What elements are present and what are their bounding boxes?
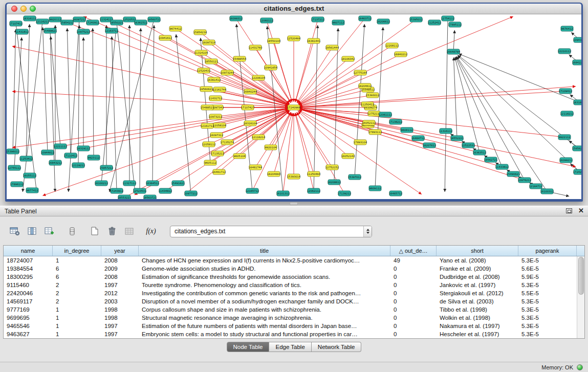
graph-node[interactable]: 17893104 (354, 140, 367, 145)
graph-node[interactable]: 10973212 (209, 114, 222, 119)
graph-node[interactable]: 15854234 (193, 30, 207, 35)
table-row[interactable]: 977716911998Corpus callosum shape and si… (4, 305, 577, 314)
graph-node[interactable]: 9609112 (369, 186, 381, 191)
show-columns-icon[interactable] (26, 225, 39, 238)
graph-node[interactable]: 18204664 (267, 171, 281, 177)
graph-node[interactable]: 15491621 (171, 181, 185, 186)
graph-node[interactable]: 9923112 (88, 155, 100, 160)
column-header-title[interactable]: title (139, 246, 390, 256)
graph-node[interactable]: 10976212 (518, 178, 531, 183)
graph-node[interactable]: 16052112 (362, 120, 376, 125)
table-row[interactable]: 911546021997Tourette syndrome. Phenomeno… (4, 281, 577, 289)
table-row[interactable]: 1456911722003Disruption of a novel membe… (4, 297, 577, 305)
vertical-scrollbar[interactable] (577, 256, 584, 338)
network-canvas[interactable]: 1724096616106274155485121277516418106342… (7, 14, 581, 199)
zoom-window-button[interactable] (30, 6, 36, 12)
graph-node[interactable]: 10973244 (221, 70, 234, 75)
graph-node[interactable]: 9920104 (265, 145, 277, 150)
column-header-name[interactable]: name (4, 246, 53, 256)
graph-node[interactable]: 16463712 (358, 16, 372, 21)
graph-node[interactable]: 12062112 (307, 188, 320, 193)
graph-node[interactable]: 11250412 (361, 102, 374, 107)
graph-node[interactable]: 18552221 (450, 136, 464, 141)
graph-node[interactable]: 15488521 (201, 105, 214, 110)
column-header-in_degree[interactable]: in_degree (53, 246, 101, 256)
graph-node[interactable]: 9922112 (558, 135, 571, 140)
graph-node[interactable]: 15854212 (60, 20, 74, 25)
graph-node[interactable]: 17107427 (241, 105, 254, 110)
graph-node[interactable]: 12208104 (252, 75, 266, 80)
graph-node[interactable]: 19562721 (484, 157, 497, 162)
graph-node[interactable]: 16099312 (229, 16, 243, 21)
network-graph[interactable]: 1724096616106274155485121277516418106342… (7, 14, 581, 199)
graph-node[interactable]: 18550104 (267, 38, 281, 43)
graph-node[interactable]: 16100212 (95, 181, 108, 186)
graph-node[interactable]: 9676412 (561, 26, 573, 31)
graph-node[interactable]: 11250464 (307, 171, 321, 177)
graph-node[interactable]: 15489621 (43, 28, 57, 33)
graph-node[interactable]: 16097212 (73, 17, 86, 22)
graph-node[interactable]: 15393014 (287, 174, 301, 179)
graph-node[interactable]: 16101312 (276, 191, 290, 196)
graph-node[interactable]: 18208612 (328, 180, 341, 185)
graph-node[interactable]: 16361412 (207, 77, 221, 82)
graph-node[interactable]: 12522531 (462, 143, 475, 148)
graph-node[interactable]: 12164712 (529, 184, 542, 189)
import-table-icon[interactable] (123, 225, 136, 238)
close-panel-icon[interactable] (578, 207, 584, 214)
table-row[interactable]: 969969511998Structural magnetic resonanc… (4, 314, 577, 322)
graph-node[interactable]: 15490621 (507, 171, 520, 177)
graph-node[interactable]: 11431812 (15, 29, 29, 34)
graph-node[interactable]: 11431712 (209, 96, 222, 101)
graph-node[interactable]: 11316112 (439, 128, 452, 134)
graph-node[interactable]: 19561444 (325, 45, 339, 50)
graph-node[interactable]: 12163712 (105, 28, 118, 33)
graph-node[interactable]: 11314104 (194, 50, 208, 55)
graph-node[interactable]: 12161744 (213, 87, 227, 92)
graph-node[interactable]: 19560621 (200, 86, 213, 92)
table-select-combobox[interactable]: citations_edges.txt (170, 226, 372, 237)
graph-node[interactable]: 12210112 (558, 49, 571, 54)
graph-node[interactable]: 17139212 (338, 191, 351, 196)
scrollbar-thumb[interactable] (578, 257, 584, 295)
graph-node[interactable]: 15396012 (7, 149, 19, 154)
graph-node[interactable]: 17107412 (9, 21, 23, 26)
graph-node[interactable]: 9605112 (204, 160, 216, 165)
graph-node[interactable]: 10943612 (573, 37, 581, 42)
graph-node[interactable]: 9608112 (401, 127, 413, 133)
table-mode-icon[interactable] (8, 225, 21, 238)
graph-node[interactable]: 10941654 (264, 65, 278, 70)
graph-node[interactable]: 15395012 (409, 17, 423, 22)
graph-node[interactable]: 16461744 (249, 165, 263, 170)
graph-node[interactable]: 12754112 (441, 16, 454, 21)
graph-node[interactable]: 12520431 (197, 68, 210, 73)
graph-node[interactable]: 17110412 (64, 153, 77, 158)
graph-node[interactable]: 15857212 (100, 165, 113, 170)
graph-node[interactable]: 11434812 (159, 188, 172, 193)
graph-node[interactable]: 9674412 (169, 26, 182, 31)
graph-node[interactable]: 16055112 (23, 173, 36, 178)
graph-node[interactable]: 10941612 (159, 35, 172, 40)
rows-icon[interactable] (66, 225, 79, 238)
table-row[interactable]: 2242004622012Investigating the contribut… (4, 289, 577, 297)
function-builder-button[interactable]: f(x) (143, 225, 159, 237)
graph-node[interactable]: 18553221 (118, 195, 131, 199)
graph-node[interactable]: 12752152 (325, 165, 339, 170)
graph-node[interactable]: 17240966 (287, 105, 300, 110)
column-header-out_de[interactable]: △ out_de… (390, 246, 437, 256)
graph-node[interactable]: 17135274 (221, 140, 234, 145)
graph-node[interactable]: 16099212 (559, 158, 573, 163)
graph-node[interactable]: 18318112 (573, 100, 581, 105)
column-header-year[interactable]: year (101, 246, 139, 256)
graph-node[interactable]: 16461712 (212, 169, 226, 174)
graph-node[interactable]: 19563721 (143, 195, 157, 199)
graph-node[interactable]: 12775164 (354, 70, 367, 75)
graph-node[interactable]: 12208112 (385, 43, 399, 48)
graph-node[interactable]: 12116214 (252, 135, 266, 140)
graph-node[interactable]: 18550221 (110, 20, 123, 25)
graph-node[interactable]: 10944612 (41, 150, 54, 155)
graph-node[interactable]: 16843212 (49, 160, 62, 165)
minimize-window-button[interactable] (20, 6, 27, 12)
graph-node[interactable]: 16840212 (394, 52, 407, 57)
delete-column-icon[interactable] (105, 225, 119, 238)
